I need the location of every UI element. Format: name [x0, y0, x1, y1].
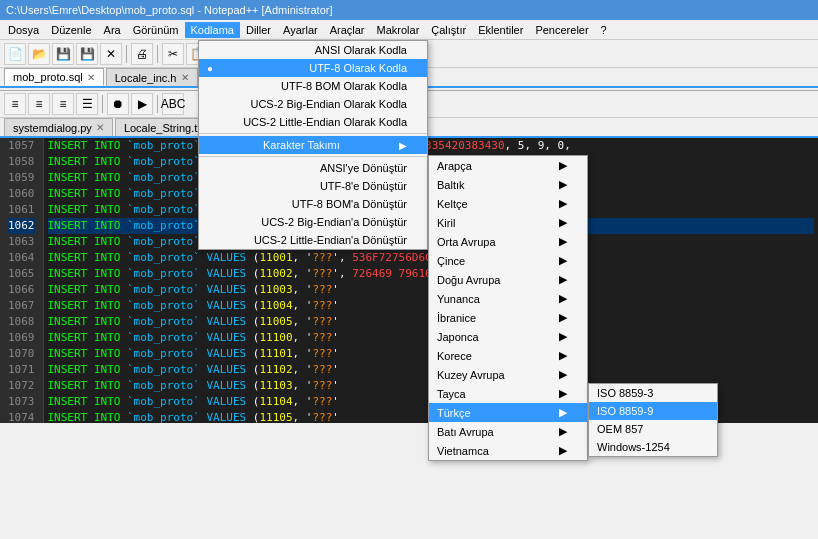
menu-calistir[interactable]: Çalıştır	[425, 22, 472, 38]
open-button[interactable]: 📂	[28, 43, 50, 65]
menu-araclar[interactable]: Araçlar	[324, 22, 371, 38]
list-btn[interactable]: ☰	[76, 93, 98, 115]
menu-pencereler[interactable]: Pencereler	[529, 22, 594, 38]
title-bar: C:\Users\Emre\Desktop\mob_proto.sql - No…	[0, 0, 818, 20]
tab-systemdialog-close[interactable]: ✕	[96, 122, 104, 133]
align-right-btn[interactable]: ≡	[28, 93, 50, 115]
check-ucs2be-d	[207, 217, 210, 228]
sub-japonca[interactable]: Japonca ▶	[429, 327, 587, 346]
sub-kiril[interactable]: Kiril ▶	[429, 213, 587, 232]
arrow-ibranice: ▶	[559, 311, 567, 324]
menu-ucs2le-donustur[interactable]: UCS-2 Little-Endian'a Dönüştür	[199, 231, 427, 249]
new-button[interactable]: 📄	[4, 43, 26, 65]
align-center-btn[interactable]: ≡	[52, 93, 74, 115]
line-numbers: 1057105810591060 10611062 10631064106510…	[0, 138, 44, 423]
arrow-cince: ▶	[559, 254, 567, 267]
sep-1	[199, 133, 427, 134]
sub-orta-avrupa[interactable]: Orta Avrupa ▶	[429, 232, 587, 251]
menu-ayarlar[interactable]: Ayarlar	[277, 22, 324, 38]
sep-2	[199, 156, 427, 157]
arrow-tayca: ▶	[559, 387, 567, 400]
check-utf8bom-d	[207, 199, 210, 210]
menu-utf8-kodla[interactable]: ● UTF-8 Olarak Kodla	[199, 59, 427, 77]
karakter-submenu: Arapça ▶ Baltık ▶ Keltçe ▶ Kiril ▶ Orta …	[428, 155, 588, 461]
tab-systemdialog-label: systemdialog.py	[13, 122, 92, 134]
print-button[interactable]: 🖨	[131, 43, 153, 65]
arrow-kuzey-avrupa: ▶	[559, 368, 567, 381]
windows-1254[interactable]: Windows-1254	[589, 438, 717, 456]
arrow-keltce: ▶	[559, 197, 567, 210]
check-utf8bom	[207, 81, 210, 92]
oem-857[interactable]: OEM 857	[589, 420, 717, 438]
menu-karakter-takimi[interactable]: Karakter Takımı ▶	[199, 136, 427, 154]
arrow-arapca: ▶	[559, 159, 567, 172]
sub-kuzey-avrupa[interactable]: Kuzey Avrupa ▶	[429, 365, 587, 384]
arrow-dogu-avrupa: ▶	[559, 273, 567, 286]
arrow-baltik: ▶	[559, 178, 567, 191]
menu-eklentiler[interactable]: Eklentiler	[472, 22, 529, 38]
cut-button[interactable]: ✂	[162, 43, 184, 65]
tab-locale-inc-label: Locale_inc.h	[115, 72, 177, 84]
turkce-submenu: ISO 8859-3 ISO 8859-9 OEM 857 Windows-12…	[588, 383, 718, 457]
arrow-korece: ▶	[559, 349, 567, 362]
tab-mob-proto-label: mob_proto.sql	[13, 71, 83, 83]
sub-keltce[interactable]: Keltçe ▶	[429, 194, 587, 213]
sub-cince[interactable]: Çince ▶	[429, 251, 587, 270]
spell-btn[interactable]: ABC	[162, 93, 184, 115]
close-button[interactable]: ✕	[100, 43, 122, 65]
arrow-japonca: ▶	[559, 330, 567, 343]
menu-kodlama[interactable]: Kodlama	[185, 22, 240, 38]
arrow-yunanca: ▶	[559, 292, 567, 305]
menu-help[interactable]: ?	[595, 22, 613, 38]
check-utf8: ●	[207, 63, 213, 74]
arrow-turkce: ▶	[559, 406, 567, 419]
sub-arapca[interactable]: Arapça ▶	[429, 156, 587, 175]
check-ucs2le-d	[207, 235, 210, 246]
sep6	[157, 95, 158, 113]
iso-8859-3[interactable]: ISO 8859-3	[589, 384, 717, 402]
menu-ucs2be-kodla[interactable]: UCS-2 Big-Endian Olarak Kodla	[199, 95, 427, 113]
arrow-vietnamca: ▶	[559, 444, 567, 457]
code-line-1: INSERT INTO `mob_proto` VALUES (10830, '…	[48, 138, 815, 154]
menu-duzenle[interactable]: Düzenle	[45, 22, 97, 38]
menu-ansi-kodla[interactable]: ANSI Olarak Kodla	[199, 41, 427, 59]
check-ucs2le	[207, 117, 210, 128]
sub-tayca[interactable]: Tayca ▶	[429, 384, 587, 403]
sep2	[157, 45, 158, 63]
menu-ucs2le-kodla[interactable]: UCS-2 Little-Endian Olarak Kodla	[199, 113, 427, 131]
sub-baltik[interactable]: Baltık ▶	[429, 175, 587, 194]
title-text: C:\Users\Emre\Desktop\mob_proto.sql - No…	[6, 4, 332, 16]
menu-ansi-donustur[interactable]: ANSI'ye Dönüştür	[199, 159, 427, 177]
rec-btn[interactable]: ⏺	[107, 93, 129, 115]
sub-dogu-avrupa[interactable]: Doğu Avrupa ▶	[429, 270, 587, 289]
sub-turkce[interactable]: Türkçe ▶	[429, 403, 587, 422]
tab-locale-inc-close[interactable]: ✕	[181, 72, 189, 83]
menu-gorunum[interactable]: Görünüm	[127, 22, 185, 38]
sep5	[102, 95, 103, 113]
tab-mob-proto-close[interactable]: ✕	[87, 72, 95, 83]
sub-yunanca[interactable]: Yunanca ▶	[429, 289, 587, 308]
menu-ucs2be-donustur[interactable]: UCS-2 Big-Endian'a Dönüştür	[199, 213, 427, 231]
sub-bati-avrupa[interactable]: Batı Avrupa ▶	[429, 422, 587, 441]
play-btn[interactable]: ▶	[131, 93, 153, 115]
menu-diller[interactable]: Diller	[240, 22, 277, 38]
sub-ibranice[interactable]: İbranice ▶	[429, 308, 587, 327]
tab-locale-inc[interactable]: Locale_inc.h ✕	[106, 68, 198, 86]
arrow-orta-avrupa: ▶	[559, 235, 567, 248]
save-button[interactable]: 💾	[52, 43, 74, 65]
sub-korece[interactable]: Korece ▶	[429, 346, 587, 365]
menu-utf8bom-kodla[interactable]: UTF-8 BOM Olarak Kodla	[199, 77, 427, 95]
sub-vietnamca[interactable]: Vietnamca ▶	[429, 441, 587, 460]
save-all-button[interactable]: 💾	[76, 43, 98, 65]
align-left-btn[interactable]: ≡	[4, 93, 26, 115]
tab-systemdialog[interactable]: systemdialog.py ✕	[4, 118, 113, 136]
menu-utf8bom-donustur[interactable]: UTF-8 BOM'a Dönüştür	[199, 195, 427, 213]
iso-8859-9[interactable]: ISO 8859-9	[589, 402, 717, 420]
menu-dosya[interactable]: Dosya	[2, 22, 45, 38]
arrow-karakter: ▶	[399, 140, 407, 151]
menu-ara[interactable]: Ara	[98, 22, 127, 38]
check-ansi-d	[207, 163, 210, 174]
menu-makrolar[interactable]: Makrolar	[371, 22, 426, 38]
menu-utf8-donustur[interactable]: UTF-8'e Dönüştür	[199, 177, 427, 195]
tab-mob-proto[interactable]: mob_proto.sql ✕	[4, 68, 104, 86]
